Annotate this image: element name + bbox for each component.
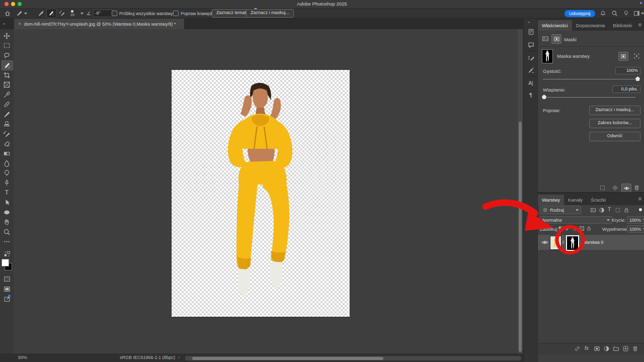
- history-panel-icon[interactable]: [527, 28, 535, 36]
- density-value[interactable]: 100%: [615, 67, 640, 74]
- tab-libraries[interactable]: Biblioteki: [609, 20, 636, 31]
- delete-layer-icon[interactable]: [632, 345, 638, 352]
- add-vector-mask-icon[interactable]: [633, 53, 640, 59]
- select-and-mask-button[interactable]: Zaznacz i maskuj...: [246, 9, 294, 18]
- fill-dropdown[interactable]: 100%: [627, 225, 644, 233]
- mask-link-icon[interactable]: [561, 238, 566, 246]
- invert-button[interactable]: Odwróć: [589, 132, 640, 141]
- swap-colors-icon[interactable]: [2, 249, 12, 258]
- tab-adjustments[interactable]: Dopasowania: [572, 20, 609, 31]
- home-icon[interactable]: [4, 9, 11, 18]
- color-range-button[interactable]: Zakres kolorów...: [589, 119, 640, 128]
- lock-transparency-icon[interactable]: [558, 226, 564, 231]
- mode-new-selection-button[interactable]: [36, 9, 45, 18]
- select-and-mask-panel-button[interactable]: Zaznacz i maskuj...: [589, 106, 640, 115]
- hand-tool[interactable]: [2, 217, 12, 226]
- share-button[interactable]: Udostępnij: [565, 10, 595, 17]
- document-canvas[interactable]: [172, 70, 350, 317]
- mask-properties-icon[interactable]: [551, 34, 561, 44]
- layers-menu-icon[interactable]: ≡: [638, 196, 641, 202]
- toolbar-collapse-icon[interactable]: »: [3, 22, 5, 26]
- dock-collapse-icon[interactable]: «: [528, 20, 530, 25]
- filter-type-icon[interactable]: T: [608, 207, 611, 212]
- tab-channels[interactable]: Kanały: [564, 195, 587, 205]
- layer-row[interactable]: Warstwa 0: [538, 235, 644, 250]
- feather-value[interactable]: 0,0 piks.: [612, 85, 640, 93]
- edit-in-app-button[interactable]: [2, 295, 12, 304]
- mode-subtract-selection-button[interactable]: [57, 9, 66, 18]
- angle-input[interactable]: -6°: [93, 10, 113, 17]
- lock-position-icon[interactable]: [572, 226, 578, 231]
- layer-name[interactable]: Warstwa 0: [582, 240, 603, 245]
- screen-mode-button[interactable]: [2, 285, 12, 294]
- density-slider-track[interactable]: [543, 79, 635, 79]
- document-tab[interactable]: × dom-hill-nimElTcTNyY-unsplash.jpg @ 50…: [14, 19, 184, 29]
- spot-healing-tool[interactable]: [2, 100, 12, 109]
- properties-menu-icon[interactable]: ≡: [638, 22, 641, 28]
- filter-pixel-icon[interactable]: [590, 207, 596, 213]
- lock-all-icon[interactable]: [586, 226, 592, 231]
- mask-visibility-toggle[interactable]: [621, 184, 631, 193]
- quick-mask-button[interactable]: [2, 275, 12, 284]
- tab-properties[interactable]: Właściwości: [538, 20, 572, 31]
- discover-lightbulb-icon[interactable]: [623, 9, 629, 18]
- layer-mask-thumbnail-properties[interactable]: [542, 49, 553, 63]
- shape-tool[interactable]: [2, 208, 12, 217]
- foreground-color-swatch[interactable]: [2, 259, 9, 266]
- filter-shape-icon[interactable]: [615, 207, 621, 213]
- workspace-switcher[interactable]: [633, 9, 644, 18]
- tab-paths[interactable]: Ścieżki: [587, 195, 610, 205]
- tool-preset-picker[interactable]: [16, 9, 27, 18]
- history-brush-tool[interactable]: [2, 129, 12, 138]
- adjustment-layer-icon[interactable]: [603, 345, 610, 352]
- dodge-tool[interactable]: [2, 168, 12, 177]
- refine-edge-checkbox[interactable]: Popraw krawędź: [173, 9, 214, 18]
- vertical-scrollbar-thumb[interactable]: [519, 122, 522, 352]
- select-mask-button[interactable]: [618, 52, 628, 61]
- frame-tool[interactable]: [2, 80, 12, 89]
- move-tool[interactable]: [2, 31, 12, 40]
- blend-mode-dropdown[interactable]: Normalne: [540, 216, 612, 224]
- tab-layers[interactable]: Warstwy: [538, 195, 564, 205]
- new-group-icon[interactable]: [613, 345, 619, 352]
- status-chevron-icon[interactable]: ›: [178, 355, 180, 360]
- path-selection-tool[interactable]: [2, 198, 12, 207]
- feather-slider-thumb[interactable]: [542, 95, 546, 99]
- mask-apply-icon[interactable]: [612, 185, 618, 191]
- feather-slider-track[interactable]: [543, 97, 635, 98]
- layer-thumbnail[interactable]: [550, 236, 561, 250]
- filter-smart-object-icon[interactable]: [623, 207, 629, 213]
- mask-delete-icon[interactable]: [633, 185, 640, 191]
- link-layers-icon[interactable]: [574, 345, 581, 352]
- new-layer-icon[interactable]: [622, 345, 629, 352]
- comments-panel-icon[interactable]: [527, 41, 535, 49]
- type-tool[interactable]: T: [2, 188, 12, 197]
- layer-filter-dropdown[interactable]: Rodzaj: [540, 206, 581, 214]
- brushes-panel-icon[interactable]: [527, 66, 535, 74]
- blur-tool[interactable]: [2, 158, 12, 167]
- search-icon[interactable]: [611, 9, 618, 18]
- sample-all-layers-checkbox[interactable]: Próbkuj wszystkie warstwy: [112, 9, 173, 18]
- pen-tool[interactable]: [2, 178, 12, 187]
- selection-brush-tool[interactable]: [2, 60, 13, 70]
- rectangular-marquee-tool[interactable]: [2, 41, 12, 50]
- eyedropper-tool[interactable]: [2, 90, 12, 99]
- select-subject-button[interactable]: Zaznacz temat: [212, 9, 251, 18]
- layer-visibility-eye-icon[interactable]: [541, 239, 548, 246]
- paragraph-panel-icon[interactable]: ¶: [527, 91, 535, 99]
- opacity-dropdown[interactable]: 100%: [627, 216, 644, 224]
- lasso-tool[interactable]: [2, 51, 12, 60]
- layer-mask-thumbnail[interactable]: [566, 235, 579, 251]
- brush-settings-panel-icon[interactable]: [527, 54, 535, 62]
- lock-artboard-icon[interactable]: [579, 226, 585, 231]
- filter-adjustment-icon[interactable]: [599, 207, 605, 213]
- lock-pixels-icon[interactable]: [565, 226, 571, 231]
- character-panel-icon[interactable]: A|: [527, 79, 535, 87]
- mode-add-selection-button[interactable]: [46, 9, 56, 18]
- pixel-layer-properties-icon[interactable]: [542, 35, 549, 42]
- more-tools-button[interactable]: [2, 237, 12, 246]
- density-slider-thumb[interactable]: [635, 76, 640, 81]
- brush-size-chevron[interactable]: [80, 9, 84, 18]
- filter-toggle-pin[interactable]: [639, 208, 642, 211]
- layer-style-fx-icon[interactable]: fx: [585, 345, 589, 351]
